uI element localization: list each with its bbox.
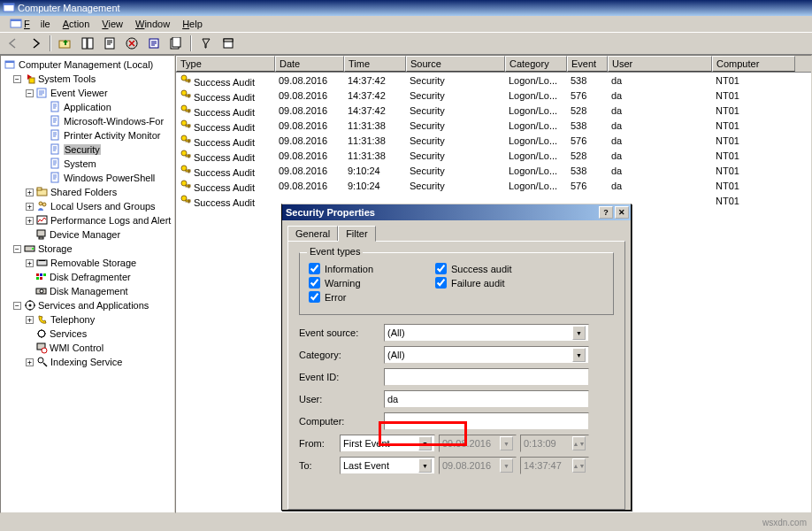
lbl-computer: Computer: [299,416,384,427]
extra1-button[interactable] [196,34,216,53]
svg-rect-38 [40,277,42,280]
table-row[interactable]: Success Audit09.08.201614:37:42SecurityL… [176,88,811,103]
delete-button[interactable] [122,34,142,53]
col-type[interactable]: Type [176,56,275,72]
tree-removable[interactable]: +Removable Storage [3,256,172,270]
svg-point-31 [32,248,34,250]
tree-services-apps[interactable]: −Services and Applications [3,298,172,312]
refresh-button[interactable] [144,34,164,53]
table-row[interactable]: Success Audit09.08.20169:10:24SecurityLo… [176,178,811,193]
col-time[interactable]: Time [344,56,406,72]
drop-event-source[interactable]: (All)▼ [384,324,589,342]
drop-to[interactable]: Last Event▼ [340,457,435,474]
menu-view[interactable]: View [96,18,128,30]
forward-button[interactable] [26,34,45,53]
svg-rect-67 [188,170,189,173]
ck-error[interactable] [309,291,320,303]
key-icon [180,88,192,101]
chevron-down-icon: ▼ [500,436,513,450]
svg-point-46 [38,358,43,363]
svg-rect-10 [172,37,180,47]
svg-rect-70 [188,185,189,188]
tree-defrag[interactable]: Disk Defragmenter [3,270,172,284]
tree-wmi[interactable]: WMI Control [3,341,172,355]
tree-perf[interactable]: +Performance Logs and Alert [3,213,172,227]
table-row[interactable]: Success Audit09.08.20169:10:24SecurityLo… [176,163,811,178]
properties-button[interactable] [100,34,119,53]
key-icon [180,134,192,146]
svg-rect-49 [188,80,189,82]
table-row[interactable]: Success Audit09.08.201611:31:38SecurityL… [176,148,811,163]
tree-telephony[interactable]: +Telephony [3,312,172,327]
menubar: File Action View Window Help [0,16,812,32]
tab-filter[interactable]: Filter [338,226,375,242]
svg-rect-5 [82,38,87,49]
key-icon [180,119,192,131]
tree-powershell[interactable]: Windows PowerShell [3,171,172,185]
menu-file[interactable]: File [19,18,56,30]
up-button[interactable] [56,34,75,53]
dialog-help-button[interactable]: ? [599,206,613,219]
tree-panel: Computer Management (Local) −System Tool… [0,55,175,513]
tree-localusers[interactable]: +Local Users and Groups [3,199,172,213]
svg-rect-33 [39,260,45,261]
tree-devmgr[interactable]: Device Manager [3,227,172,242]
menu-window[interactable]: Window [130,18,175,30]
watermark: wsxdn.com [762,518,807,527]
back-button[interactable] [4,34,23,53]
list-header: Type Date Time Source Category Event Use… [176,56,811,73]
table-row[interactable]: Success Audit09.08.201611:31:38SecurityL… [176,118,811,133]
help-button[interactable] [166,34,186,53]
lbl-to: To: [299,460,340,471]
dialog-close-button[interactable]: ✕ [615,206,629,219]
input-event-id[interactable] [384,368,589,386]
table-row[interactable]: Success Audit09.08.201611:31:38SecurityL… [176,133,811,148]
tree-shared[interactable]: +Shared Folders [3,185,172,199]
svg-rect-58 [188,125,189,127]
svg-rect-29 [39,237,43,239]
col-user[interactable]: User [608,56,712,72]
drop-category[interactable]: (All)▼ [384,346,589,364]
svg-point-25 [39,202,42,205]
col-category[interactable]: Category [505,56,567,72]
svg-rect-55 [188,110,189,112]
tree-services[interactable]: Services [3,327,172,341]
svg-rect-12 [224,39,233,42]
col-source[interactable]: Source [406,56,505,72]
tree-indexing[interactable]: +Indexing Service [3,355,172,369]
input-user[interactable] [384,390,589,408]
svg-rect-36 [43,273,46,276]
menu-action[interactable]: Action [57,18,96,30]
ck-success-audit[interactable] [435,263,447,274]
table-row[interactable]: Success Audit09.08.201614:37:42SecurityL… [176,73,811,88]
tree-eventviewer[interactable]: −Event Viewer [3,86,172,100]
svg-rect-52 [188,95,189,97]
extra2-button[interactable] [218,34,238,53]
tree-diskmgmt[interactable]: Disk Management [3,284,172,298]
lbl-event-id: Event ID: [299,372,384,382]
tree-storage[interactable]: −Storage [3,242,172,256]
svg-rect-24 [37,188,42,190]
tree-application[interactable]: Application [3,100,172,114]
tree-systools[interactable]: −System Tools [3,72,172,86]
tree-security[interactable]: Security [3,142,172,157]
tree-printer[interactable]: Printer Activity Monitor [3,128,172,142]
tree-system[interactable]: System [3,157,172,171]
col-date[interactable]: Date [275,56,344,72]
svg-rect-15 [29,78,34,83]
ck-warning[interactable] [309,277,320,289]
titlebar: Computer Management [0,0,812,16]
menu-help[interactable]: Help [177,18,208,30]
tab-general[interactable]: General [287,226,338,241]
dialog-title: Security Properties [286,207,597,218]
col-computer[interactable]: Computer [712,56,795,72]
ck-information[interactable] [309,263,320,274]
tree-root[interactable]: Computer Management (Local) [3,58,172,72]
drop-to-date: 09.08.2016▼ [439,457,517,474]
table-row[interactable]: Success Audit09.08.201614:37:42SecurityL… [176,103,811,118]
svg-rect-64 [188,155,189,158]
tree-button[interactable] [78,34,97,53]
tree-mswindows[interactable]: Microsoft-Windows-For [3,114,172,128]
col-event[interactable]: Event [567,56,608,72]
ck-failure-audit[interactable] [435,277,447,289]
